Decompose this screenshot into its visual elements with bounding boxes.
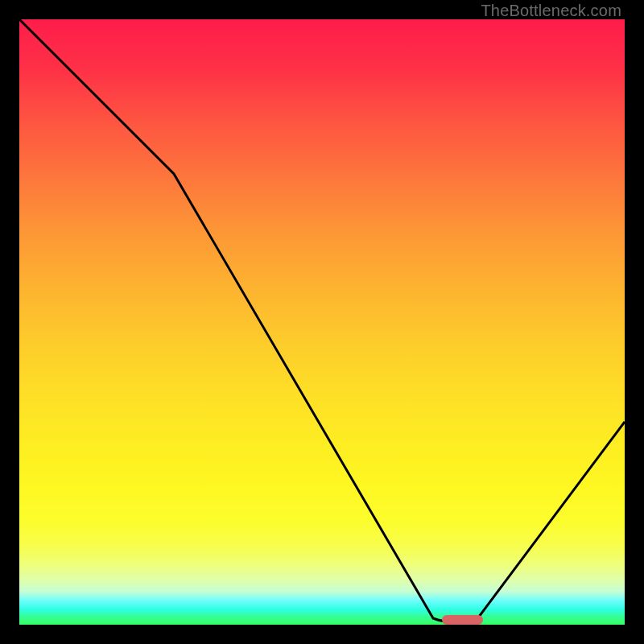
optimum-marker <box>442 615 483 625</box>
plot-area <box>19 19 625 625</box>
watermark-text: TheBottleneck.com <box>481 2 621 20</box>
bottleneck-curve <box>19 19 625 625</box>
outer-frame: TheBottleneck.com <box>0 0 644 644</box>
curve-path <box>19 19 625 622</box>
